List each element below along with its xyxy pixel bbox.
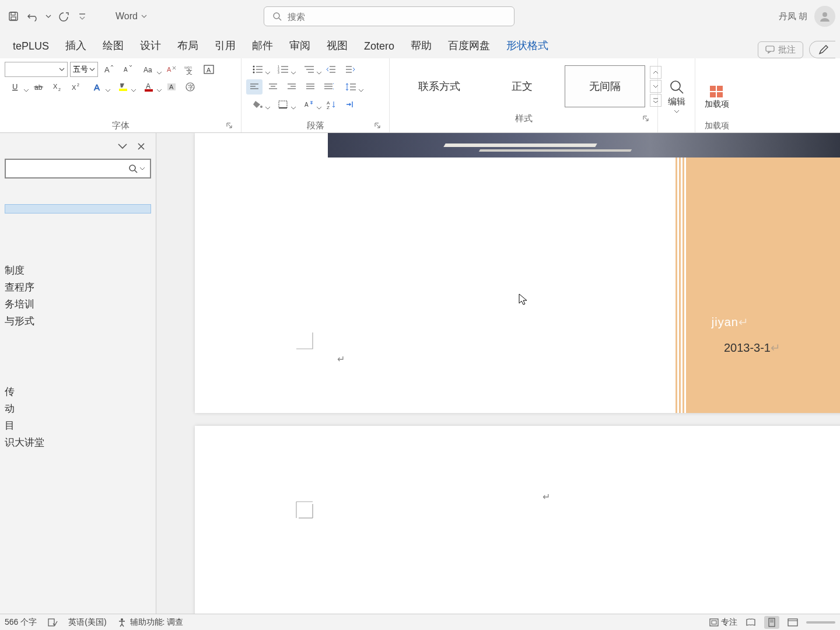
comments-button[interactable]: 批注 (758, 41, 803, 58)
document-area[interactable]: jiyan↵ 2013-3-1↵ ↵ ↵ (156, 133, 840, 614)
editing-mode-button[interactable] (809, 41, 835, 58)
style-card-normal[interactable]: 正文 (482, 65, 562, 107)
svg-rect-2 (11, 17, 16, 20)
justify-icon[interactable] (302, 79, 318, 94)
nav-search-box[interactable] (5, 159, 151, 178)
distributed-icon[interactable] (321, 79, 337, 94)
nav-item[interactable]: 与形式 (5, 314, 151, 328)
addins-button[interactable]: 加载项 (700, 82, 734, 111)
date-text[interactable]: 2013-3-1↵ (724, 341, 780, 355)
decrease-font-icon[interactable]: A (119, 62, 135, 77)
tab-shape-format[interactable]: 形状格式 (498, 34, 556, 58)
borders-icon[interactable] (272, 97, 295, 112)
svg-text:U: U (12, 82, 18, 91)
cover-image[interactable] (328, 133, 840, 158)
enclose-characters-icon[interactable]: 字 (182, 79, 198, 94)
svg-rect-3 (79, 13, 85, 15)
language-status[interactable]: 英语(美国) (68, 617, 106, 628)
nav-item[interactable]: 动 (5, 402, 151, 415)
tab-design[interactable]: 设计 (132, 34, 169, 58)
tab-layout[interactable]: 布局 (169, 34, 206, 58)
paragraph-dialog-launcher[interactable] (374, 122, 382, 130)
nav-item[interactable]: 制度 (5, 264, 151, 277)
font-name-combo[interactable] (5, 62, 68, 77)
nav-selected-heading[interactable] (5, 204, 151, 214)
focus-icon (709, 618, 719, 626)
nav-item[interactable]: 查程序 (5, 281, 151, 294)
search-icon[interactable] (128, 163, 138, 174)
redo-icon[interactable] (55, 8, 72, 25)
tab-baidu[interactable]: 百度网盘 (440, 34, 498, 58)
accessibility-status[interactable]: 辅助功能: 调查 (117, 617, 184, 628)
line-spacing-icon[interactable] (340, 79, 363, 94)
save-icon[interactable] (5, 8, 22, 25)
decrease-indent-icon[interactable] (323, 62, 340, 77)
tab-mailings[interactable]: 邮件 (244, 34, 281, 58)
tab-review[interactable]: 审阅 (281, 34, 318, 58)
font-size-combo[interactable]: 五号 (70, 62, 98, 77)
svg-rect-91 (710, 619, 718, 626)
highlight-icon[interactable] (112, 79, 135, 94)
tab-zotero[interactable]: Zotero (356, 36, 402, 58)
nav-search-input[interactable] (10, 164, 128, 173)
qat-customize-dropdown[interactable] (78, 12, 86, 20)
styles-dialog-launcher[interactable] (642, 115, 650, 123)
superscript-icon[interactable]: X2 (68, 79, 84, 94)
tab-view[interactable]: 视图 (318, 34, 356, 58)
nav-search-dropdown-icon[interactable] (139, 166, 145, 172)
change-case-icon[interactable]: Aa (138, 62, 161, 77)
align-center-icon[interactable] (265, 79, 281, 94)
nav-item[interactable]: 目 (5, 419, 151, 432)
nav-close-icon[interactable] (137, 142, 145, 150)
tab-insert[interactable]: 插入 (57, 34, 94, 58)
character-border-icon[interactable]: A (201, 62, 217, 77)
spellcheck-icon[interactable] (47, 618, 58, 627)
asian-layout-icon[interactable]: A (298, 97, 321, 112)
align-left-icon[interactable] (246, 79, 262, 94)
nav-item[interactable]: 识大讲堂 (5, 436, 151, 449)
align-right-icon[interactable] (284, 79, 300, 94)
tab-references[interactable]: 引用 (206, 34, 244, 58)
font-color-icon[interactable]: A (138, 79, 161, 94)
user-avatar[interactable] (814, 6, 835, 27)
nav-item[interactable]: 务培训 (5, 298, 151, 311)
clear-formatting-icon[interactable]: A (163, 62, 180, 77)
nav-collapse-icon[interactable] (117, 143, 128, 150)
character-shading-icon[interactable]: A (163, 79, 180, 94)
editing-button[interactable]: 编辑 (663, 76, 690, 117)
style-card-nospacing[interactable]: 无间隔 (565, 65, 645, 107)
svg-text:X: X (72, 84, 76, 91)
focus-mode[interactable]: 专注 (709, 617, 737, 628)
shading-icon[interactable] (246, 97, 270, 112)
nav-item[interactable]: 传 (5, 385, 151, 398)
read-mode-icon[interactable] (743, 616, 758, 629)
tab-draw[interactable]: 绘图 (94, 34, 132, 58)
bullets-icon[interactable] (246, 62, 270, 77)
word-count[interactable]: 566 个字 (5, 617, 37, 628)
subscript-icon[interactable]: X2 (49, 79, 65, 94)
web-layout-icon[interactable] (785, 616, 800, 629)
zoom-slider[interactable] (806, 621, 835, 624)
print-layout-icon[interactable] (764, 616, 779, 629)
underline-icon[interactable]: U (5, 79, 28, 94)
undo-dropdown[interactable] (44, 13, 52, 19)
phonetic-guide-icon[interactable]: wén文 (182, 62, 198, 77)
search-box[interactable] (264, 6, 514, 26)
tab-teplus[interactable]: tePLUS (5, 36, 57, 58)
undo-icon[interactable] (24, 8, 42, 25)
tab-help[interactable]: 帮助 (402, 34, 440, 58)
author-text[interactable]: jiyan↵ (712, 315, 749, 329)
strikethrough-icon[interactable]: ab (30, 79, 47, 94)
style-card-contact[interactable]: 联系方式 (399, 65, 480, 107)
multilevel-list-icon[interactable] (298, 62, 321, 77)
numbering-icon[interactable]: 123 (272, 62, 295, 77)
increase-indent-icon[interactable] (342, 62, 358, 77)
search-input[interactable] (288, 12, 506, 22)
show-marks-icon[interactable] (342, 97, 358, 112)
font-dialog-launcher[interactable] (226, 122, 234, 130)
app-name-dropdown-icon[interactable] (141, 13, 147, 19)
sort-icon[interactable]: AZ (323, 97, 340, 112)
text-effects-icon[interactable]: A (86, 79, 110, 94)
increase-font-icon[interactable]: A (100, 62, 117, 77)
svg-rect-71 (279, 101, 287, 108)
